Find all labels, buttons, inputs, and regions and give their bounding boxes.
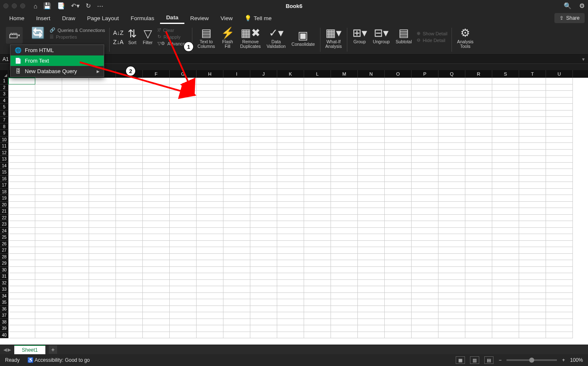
cell[interactable] — [546, 189, 573, 195]
cell[interactable] — [412, 332, 438, 339]
row-header[interactable]: 9 — [0, 130, 8, 137]
cell[interactable] — [546, 325, 573, 332]
cell[interactable] — [62, 84, 89, 91]
cell[interactable] — [546, 241, 573, 248]
cell[interactable] — [62, 117, 89, 124]
cell[interactable] — [8, 143, 35, 150]
cell[interactable] — [277, 267, 304, 274]
cell[interactable] — [465, 215, 492, 221]
cell[interactable] — [35, 208, 62, 215]
cell[interactable] — [35, 254, 62, 261]
cell[interactable] — [89, 319, 116, 326]
cell[interactable] — [465, 124, 492, 130]
cell[interactable] — [304, 228, 331, 234]
cell[interactable] — [277, 124, 304, 130]
cell[interactable] — [438, 286, 465, 293]
cell[interactable] — [143, 325, 170, 332]
cell[interactable] — [331, 254, 358, 261]
cell[interactable] — [546, 286, 573, 293]
cell[interactable] — [170, 78, 197, 84]
cell[interactable] — [304, 293, 331, 300]
cell[interactable] — [412, 312, 438, 319]
cell[interactable] — [250, 267, 277, 274]
cell[interactable] — [385, 124, 412, 130]
cell[interactable] — [438, 150, 465, 156]
cell[interactable] — [143, 78, 170, 84]
cell[interactable] — [62, 130, 89, 137]
cell[interactable] — [8, 111, 35, 117]
ungroup-button[interactable]: ⊟▾Ungroup — [371, 26, 391, 45]
cell[interactable] — [358, 163, 385, 169]
cell[interactable] — [89, 241, 116, 248]
cell[interactable] — [492, 221, 519, 228]
cell[interactable] — [385, 150, 412, 156]
cell[interactable] — [277, 299, 304, 306]
cell[interactable] — [412, 195, 438, 202]
cell[interactable] — [8, 319, 35, 326]
cell[interactable] — [546, 117, 573, 124]
cell[interactable] — [250, 241, 277, 248]
cell[interactable] — [358, 299, 385, 306]
cell[interactable] — [89, 267, 116, 274]
cell[interactable] — [197, 306, 223, 313]
cell[interactable] — [116, 182, 143, 189]
cell[interactable] — [304, 78, 331, 84]
cell[interactable] — [331, 312, 358, 319]
cell[interactable] — [89, 176, 116, 182]
cell[interactable] — [358, 156, 385, 163]
cell[interactable] — [331, 293, 358, 300]
cell[interactable] — [358, 182, 385, 189]
cell[interactable] — [304, 241, 331, 248]
search-icon[interactable]: 🔍 — [564, 2, 572, 10]
cell[interactable] — [385, 182, 412, 189]
add-sheet-button[interactable]: + — [49, 345, 57, 354]
cell[interactable] — [197, 215, 223, 221]
cell[interactable] — [116, 332, 143, 339]
cell[interactable] — [519, 78, 546, 84]
cell[interactable] — [143, 195, 170, 202]
cell[interactable] — [304, 208, 331, 215]
cell[interactable] — [35, 111, 62, 117]
cell[interactable] — [304, 286, 331, 293]
dropdown-from-text[interactable]: 📄 From Text — [10, 55, 104, 66]
row-header[interactable]: 34 — [0, 293, 8, 300]
row-header[interactable]: 29 — [0, 260, 8, 267]
column-header[interactable]: M — [331, 70, 358, 78]
cell[interactable] — [385, 156, 412, 163]
cell[interactable] — [250, 104, 277, 111]
cell[interactable] — [277, 293, 304, 300]
column-header[interactable]: N — [358, 70, 385, 78]
cell[interactable] — [35, 280, 62, 287]
cell[interactable] — [143, 189, 170, 195]
column-header[interactable]: F — [143, 70, 170, 78]
cell[interactable] — [223, 306, 250, 313]
cell[interactable] — [223, 267, 250, 274]
cell[interactable] — [8, 91, 35, 97]
cell[interactable] — [8, 163, 35, 169]
cell[interactable] — [62, 267, 89, 274]
cell[interactable] — [331, 260, 358, 267]
tab-formulas[interactable]: Formulas — [125, 13, 160, 24]
cell[interactable] — [35, 124, 62, 130]
cell[interactable] — [8, 267, 35, 274]
cell[interactable] — [143, 182, 170, 189]
cell[interactable] — [546, 293, 573, 300]
cell[interactable] — [519, 267, 546, 274]
cell[interactable] — [358, 124, 385, 130]
cell[interactable] — [62, 247, 89, 254]
cell[interactable] — [197, 208, 223, 215]
cell[interactable] — [89, 111, 116, 117]
row-header[interactable]: 31 — [0, 273, 8, 280]
cell[interactable] — [250, 195, 277, 202]
cell[interactable] — [277, 286, 304, 293]
cell[interactable] — [89, 163, 116, 169]
cell[interactable] — [89, 254, 116, 261]
cell[interactable] — [385, 280, 412, 287]
cell[interactable] — [465, 150, 492, 156]
cell[interactable] — [143, 163, 170, 169]
cell[interactable] — [546, 260, 573, 267]
cell[interactable] — [35, 130, 62, 137]
cell[interactable] — [223, 111, 250, 117]
cell[interactable] — [35, 189, 62, 195]
cell[interactable] — [358, 84, 385, 91]
